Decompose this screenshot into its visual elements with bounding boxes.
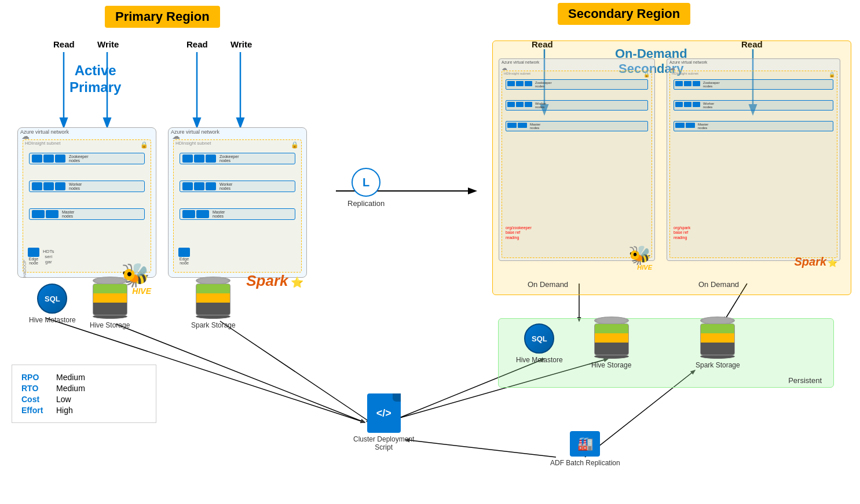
node-icon — [43, 182, 54, 190]
worker-label-pr: Workernodes — [219, 182, 232, 190]
secondary-right-hdi: HDInsight subnet 🔒 Zookeepernodes Worker… — [669, 71, 837, 258]
primary-hive-storage: Hive Storage — [90, 277, 130, 329]
primary-left-vnet: Azure virtual network ☁ HDInsight subnet… — [17, 127, 156, 278]
cyl-body — [594, 323, 629, 355]
read-label-pl: Read — [53, 39, 75, 49]
sec-spark-icon: Spark ⭐ — [794, 255, 837, 268]
hdi-box-pr: HDInsight subnet 🔒 Zookeepernodes Worker… — [173, 139, 302, 273]
metric-rpo: RPO Medium — [21, 373, 147, 382]
node-icon — [182, 182, 193, 190]
primary-right-vnet: Azure virtual network ☁ HDInsight subnet… — [168, 127, 307, 278]
write-label-pr: Write — [230, 39, 252, 49]
worker-pr: Workernodes — [180, 181, 295, 192]
hive-text-pl: HIVE — [132, 286, 151, 296]
worker-label: Workernodes — [69, 182, 82, 190]
metric-cost-key: Cost — [21, 395, 56, 404]
node-icon — [194, 154, 204, 163]
script-doc-icon: </> — [367, 393, 401, 433]
metric-rto: RTO Medium — [21, 384, 147, 393]
master-label-pr: Masternodes — [213, 210, 225, 218]
replication-icon: L — [352, 168, 380, 197]
primary-spark-storage: Spark Storage — [191, 277, 236, 329]
node-icon — [32, 154, 42, 163]
metric-effort: Effort High — [21, 406, 147, 415]
sec-right-worker: Workernodes — [674, 100, 833, 111]
secondary-left-hdi: HDInsight subnet 🔒 Zookeepernodes Worker… — [502, 71, 652, 258]
zookeeper-pl: Zookeepernodes — [29, 153, 145, 164]
hive-storage-label: Hive Storage — [90, 321, 130, 329]
metric-rpo-val: Medium — [56, 373, 85, 382]
script-label: Cluster DeploymentScript — [353, 435, 414, 451]
zookeeper-label-pr: Zookeepernodes — [219, 154, 239, 163]
zookeeper-label: Zookeepernodes — [69, 154, 88, 163]
node-icon — [55, 182, 65, 190]
cyl-body — [93, 284, 127, 315]
svg-line-13 — [405, 440, 556, 457]
secondary-spark-storage: Spark Storage — [696, 317, 740, 369]
sec-hive-storage-label: Hive Storage — [591, 361, 631, 369]
metric-rto-val: Medium — [56, 384, 85, 393]
master-pr: Masternodes — [180, 208, 295, 220]
replication-label: Replication — [347, 199, 385, 208]
adf-batch-replication: 🏭 ADF Batch Replication — [550, 431, 620, 467]
node-icon — [43, 154, 54, 163]
cyl-body — [196, 284, 230, 315]
edge-area-pl: Edgenode HDTsserigar — [28, 248, 54, 265]
sec-error: org/zookeeperbase refreading — [506, 226, 532, 240]
node-icon — [55, 154, 65, 163]
sec-right-error: org/sparkbase refreading — [674, 226, 690, 240]
hadoop-pl: HADOOP — [23, 260, 27, 277]
node-icon — [206, 154, 216, 163]
metrics-box: RPO Medium RTO Medium Cost Low Effort Hi… — [12, 365, 156, 423]
svg-line-9 — [220, 321, 371, 422]
metric-cost: Cost Low — [21, 395, 147, 404]
on-demand-label-left: On Demand — [528, 280, 568, 289]
hive-metastore-label: Hive Metastore — [29, 316, 76, 324]
diagram-container: Primary Region Secondary Region Read Wri… — [0, 0, 860, 504]
sec-hive-text: HIVE — [637, 264, 652, 271]
node-icon — [182, 154, 193, 163]
secondary-region-box: Azure virtual network ☁ HDInsight subnet… — [492, 41, 851, 295]
node-icon — [196, 210, 209, 218]
sql-circle-sec: SQL — [524, 323, 554, 354]
node-icon — [182, 210, 195, 218]
zookeeper-pr: Zookeepernodes — [180, 153, 295, 164]
sec-right-master: Masternodes — [674, 121, 833, 131]
cyl-body — [700, 323, 735, 355]
sec-spark-storage-label: Spark Storage — [696, 361, 740, 369]
sec-worker: Workernodes — [506, 100, 648, 111]
node-icon — [32, 182, 42, 190]
active-primary-label: ActivePrimary — [69, 62, 121, 96]
node-icon — [206, 182, 216, 190]
master-pl: Masternodes — [29, 208, 145, 220]
adf-factory-icon: 🏭 — [570, 431, 600, 457]
primary-region-label: Primary Region — [105, 6, 220, 28]
metric-effort-val: High — [56, 406, 73, 415]
cluster-deployment-script: </> Cluster DeploymentScript — [353, 393, 414, 451]
persistent-box: SQL Hive Metastore Hive Storage Spark St… — [498, 318, 834, 388]
sec-master: Masternodes — [506, 121, 648, 131]
hdi-box-pl: HDInsight subnet 🔒 Zookeepernodes Worker… — [23, 139, 151, 273]
secondary-hive-metastore: SQL Hive Metastore — [516, 323, 563, 364]
node-icon — [32, 210, 45, 218]
master-label: Masternodes — [62, 210, 74, 218]
secondary-hive-storage: Hive Storage — [591, 317, 631, 369]
sec-hive-icon: 🐝 — [628, 244, 652, 266]
primary-hive-metastore: SQL Hive Metastore — [29, 284, 76, 324]
metric-effort-key: Effort — [21, 406, 56, 415]
node-icon — [194, 182, 204, 190]
node-icon — [46, 210, 58, 218]
secondary-region-label: Secondary Region — [558, 3, 690, 25]
replication-indicator: L Replication — [347, 168, 385, 208]
sec-right-zookeeper: Zookeepernodes — [674, 79, 833, 90]
metric-cost-val: Low — [56, 395, 71, 404]
secondary-left-vnet: Azure virtual network ☁ HDInsight subnet… — [499, 58, 655, 261]
write-label-pl: Write — [97, 39, 119, 49]
adf-label: ADF Batch Replication — [550, 459, 620, 467]
metric-rto-key: RTO — [21, 384, 56, 393]
sec-zookeeper: Zookeepernodes — [506, 79, 648, 90]
spark-storage-label: Spark Storage — [191, 321, 236, 329]
persistent-label: Persistent — [788, 376, 822, 385]
metric-rpo-key: RPO — [21, 373, 56, 382]
worker-pl: Workernodes — [29, 181, 145, 192]
